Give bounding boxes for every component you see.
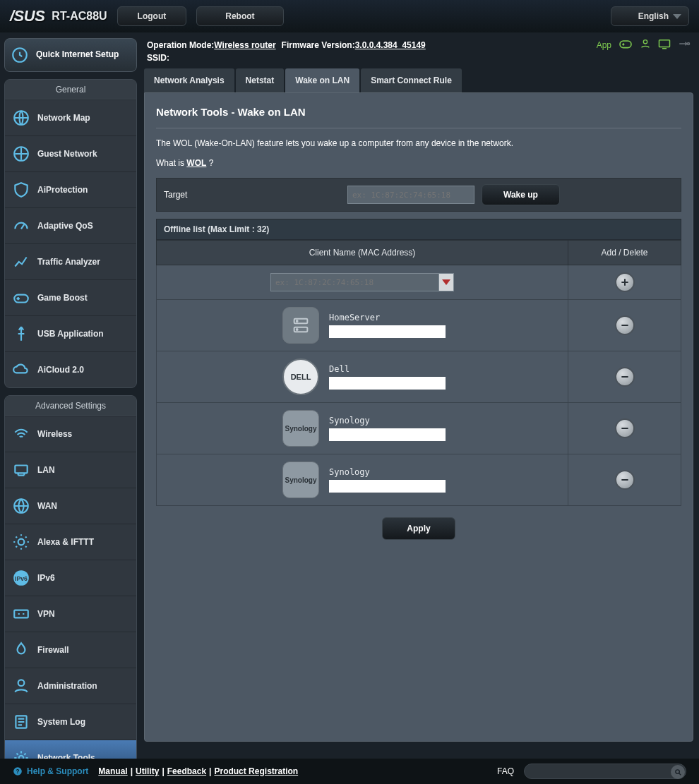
sidebar-item-network-map[interactable]: Network Map [5, 99, 136, 135]
target-row: Target Wake up [156, 178, 681, 212]
sidebar-item-lan[interactable]: LAN [5, 452, 136, 488]
usb-status-icon[interactable] [678, 39, 691, 51]
table-row: HomeServer [157, 300, 681, 351]
nav-label: LAN [37, 465, 55, 475]
sidebar-item-aicloud[interactable]: AiCloud 2.0 [5, 351, 136, 387]
svg-point-20 [297, 329, 298, 330]
admin-icon [12, 677, 30, 695]
sidebar-item-alexa-ifttt[interactable]: Alexa & IFTTT [5, 524, 136, 560]
delete-button[interactable] [615, 418, 635, 438]
nav-label: Administration [37, 681, 97, 691]
reboot-button[interactable]: Reboot [196, 6, 283, 26]
log-icon [12, 713, 30, 731]
server-icon [282, 307, 319, 344]
quick-internet-setup[interactable]: Quick Internet Setup [4, 38, 137, 72]
nav-label: VPN [37, 609, 55, 619]
sidebar-item-vpn[interactable]: VPN [5, 596, 136, 632]
apply-button[interactable]: Apply [382, 517, 455, 540]
nav-label: Adaptive QoS [37, 221, 93, 231]
target-input[interactable] [347, 186, 474, 204]
client-dropdown-button[interactable] [438, 273, 454, 291]
info-bar: Operation Mode: Wireless router Firmware… [144, 38, 693, 53]
delete-button[interactable] [615, 367, 635, 387]
product-registration-link[interactable]: Product Registration [214, 766, 298, 776]
delete-button[interactable] [615, 470, 635, 490]
tab-netstat[interactable]: Netstat [236, 68, 285, 92]
faq-label: FAQ [497, 766, 514, 776]
add-row [157, 265, 681, 300]
sidebar-item-system-log[interactable]: System Log [5, 704, 136, 740]
qis-icon [11, 46, 29, 64]
nav-label: AiProtection [37, 185, 88, 195]
svg-point-16 [688, 43, 690, 45]
sidebar-item-wan[interactable]: WAN [5, 488, 136, 524]
svg-point-14 [643, 40, 647, 44]
tab-network-analysis[interactable]: Network Analysis [144, 68, 234, 92]
nav-label: Guest Network [37, 149, 97, 159]
svg-point-23 [675, 769, 679, 773]
logout-button[interactable]: Logout [117, 6, 187, 26]
user-icon[interactable] [640, 38, 651, 52]
client-mac-redacted [329, 325, 446, 338]
utility-link[interactable]: Utility [136, 766, 159, 776]
manual-link[interactable]: Manual [98, 766, 127, 776]
sidebar-advanced: Advanced Settings Wireless LAN WAN Alexa… [4, 395, 137, 776]
globe-icon [12, 109, 30, 127]
chart-icon [12, 253, 30, 271]
qis-label: Quick Internet Setup [36, 49, 119, 61]
wake-up-button[interactable]: Wake up [482, 184, 560, 205]
nav-label: Wireless [37, 429, 72, 439]
nav-label: Network Map [37, 113, 90, 123]
sidebar-item-aiprotection[interactable]: AiProtection [5, 171, 136, 207]
screen-icon[interactable] [658, 38, 671, 52]
app-link[interactable]: App [597, 40, 611, 50]
feedback-link[interactable]: Feedback [167, 766, 206, 776]
nav-label: Firewall [37, 645, 69, 655]
synology-icon: Synology [282, 410, 319, 447]
add-button[interactable] [615, 272, 635, 292]
client-mac-input[interactable] [270, 273, 454, 291]
opmode-link[interactable]: Wireless router [214, 40, 275, 50]
sidebar-item-adaptive-qos[interactable]: Adaptive QoS [5, 207, 136, 243]
sidebar-item-wireless[interactable]: Wireless [5, 416, 136, 452]
alexa-icon [12, 533, 30, 551]
svg-rect-13 [620, 41, 631, 48]
main-content: Operation Mode: Wireless router Firmware… [141, 32, 699, 784]
cloud-icon [12, 361, 30, 379]
sidebar-general-title: General [5, 80, 136, 99]
wol-link[interactable]: WOL [186, 158, 206, 168]
sidebar-item-game-boost[interactable]: Game Boost [5, 279, 136, 315]
client-mac-redacted [329, 428, 446, 441]
sidebar-general: General Network Map Guest Network AiProt… [4, 79, 137, 388]
firewall-icon [12, 641, 30, 659]
fw-link[interactable]: 3.0.0.4.384_45149 [355, 40, 426, 50]
sidebar-item-guest-network[interactable]: Guest Network [5, 135, 136, 171]
table-row: Synology Synology [157, 403, 681, 454]
svg-point-10 [18, 680, 25, 686]
tab-wake-on-lan[interactable]: Wake on LAN [285, 68, 359, 92]
sidebar: Quick Internet Setup General Network Map… [0, 32, 141, 784]
sidebar-item-firewall[interactable]: Firewall [5, 632, 136, 668]
nav-label: Game Boost [37, 293, 88, 303]
language-select[interactable]: English [611, 6, 689, 26]
page-description: The WOL (Wake-On-LAN) feature lets you w… [156, 138, 681, 148]
content-panel: Network Tools - Wake on LAN The WOL (Wak… [144, 92, 693, 742]
sidebar-item-ipv6[interactable]: IPv6IPv6 [5, 560, 136, 596]
delete-button[interactable] [615, 315, 635, 335]
vpn-icon [12, 605, 30, 623]
sidebar-item-usb-application[interactable]: USB Application [5, 315, 136, 351]
help-support-link[interactable]: ? Help & Support [13, 766, 88, 776]
language-label: English [638, 11, 669, 21]
model-label: RT-AC88U [52, 10, 107, 23]
svg-text:IPv6: IPv6 [15, 575, 28, 582]
sidebar-item-traffic-analyzer[interactable]: Traffic Analyzer [5, 243, 136, 279]
tab-smart-connect-rule[interactable]: Smart Connect Rule [361, 68, 462, 92]
what-is-wol: What is WOL ? [156, 158, 681, 168]
gamepad-icon[interactable] [619, 38, 633, 52]
faq-search[interactable] [524, 764, 686, 779]
svg-rect-15 [659, 40, 670, 47]
sidebar-item-administration[interactable]: Administration [5, 668, 136, 704]
opmode-label: Operation Mode: [147, 40, 214, 50]
client-mac-redacted [329, 377, 446, 390]
search-icon[interactable] [671, 765, 685, 779]
